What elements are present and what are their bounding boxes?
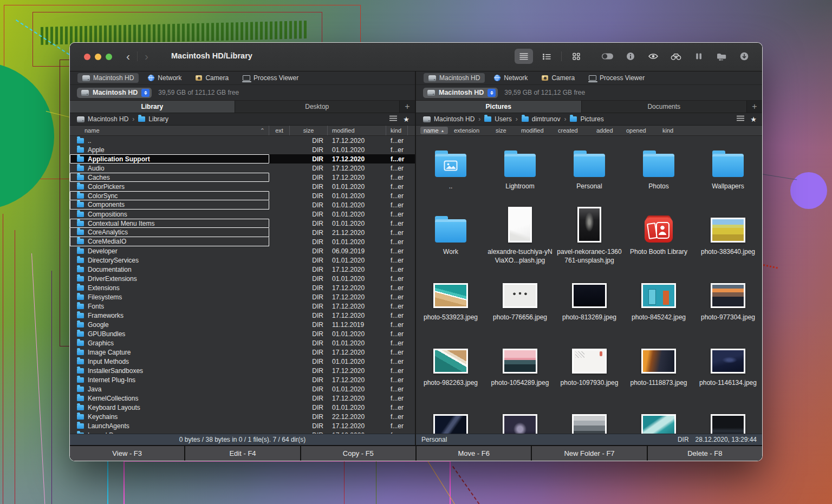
table-row-developer[interactable]: DeveloperDIR06.09.2019f...er	[70, 246, 415, 256]
breadcrumb-item-dimtrunov[interactable]: dimtrunov	[522, 115, 561, 123]
table-row-launchdaemons[interactable]: LaunchDaemonsDIR17.12.2020f...er	[70, 430, 415, 434]
table-row-item[interactable]: ..DIR17.12.2020f...er	[70, 136, 415, 145]
grid-item-photos[interactable]: Photos	[624, 142, 693, 208]
folder-tab-desktop[interactable]: Desktop	[235, 101, 400, 113]
grid-item-seafoam[interactable]	[624, 404, 693, 434]
add-tab-button[interactable]: +	[400, 101, 415, 113]
table-row-caches[interactable]: CachesDIR17.12.2020f...er	[70, 173, 415, 182]
table-row-keychains[interactable]: KeychainsDIR22.12.2020f...er	[70, 412, 415, 421]
grid-item-stargazer[interactable]	[485, 404, 555, 434]
table-row-graphics[interactable]: GraphicsDIR01.01.2020f...er	[70, 338, 415, 348]
table-row-colorpickers[interactable]: ColorPickersDIR01.01.2020f...er	[70, 182, 415, 191]
folder-tab-library[interactable]: Library	[70, 101, 235, 113]
table-row-image-capture[interactable]: Image CaptureDIR17.12.2020f...er	[70, 348, 415, 357]
drive-selector[interactable]: Macintosh HD	[423, 88, 498, 98]
table-row-gpubundles[interactable]: GPUBundlesDIR01.01.2020f...er	[70, 329, 415, 338]
table-row-frameworks[interactable]: FrameworksDIR17.12.2020f...er	[70, 311, 415, 320]
grid-item-work[interactable]: Work	[416, 208, 485, 273]
zoom-button[interactable]	[106, 54, 112, 60]
grid-item-fog[interactable]	[555, 404, 624, 434]
add-tab-button[interactable]: +	[747, 101, 762, 113]
device-tab-process-viewer[interactable]: Process Viewer	[584, 73, 649, 83]
grid-item-photo-533923-jpeg[interactable]: photo-533923.jpeg	[416, 273, 485, 339]
grid-item-photo-845242-jpeg[interactable]: photo-845242.jpeg	[624, 273, 693, 339]
function-button-delete-f8[interactable]: Delete - F8	[648, 446, 762, 461]
grid-item-photo-982263-jpeg[interactable]: photo-982263.jpeg	[416, 339, 485, 404]
table-row-extensions[interactable]: ExtensionsDIR17.12.2020f...er	[70, 283, 415, 292]
table-row-installersandboxes[interactable]: InstallerSandboxesDIR17.12.2020f...er	[70, 366, 415, 375]
column-header-modified[interactable]: modified	[521, 126, 544, 135]
folder-tab-pictures[interactable]: Pictures	[416, 101, 582, 113]
grid-view-button[interactable]	[567, 49, 586, 64]
table-row-filesystems[interactable]: FilesystemsDIR17.12.2020f...er	[70, 292, 415, 302]
table-row-coremediaio[interactable]: CoreMediaIODIR01.01.2020f...er	[70, 237, 415, 246]
folder-tab-documents[interactable]: Documents	[582, 101, 748, 113]
function-button-view-f3[interactable]: View - F3	[70, 446, 184, 461]
column-header-name[interactable]: name▲	[420, 126, 448, 135]
device-tab-camera[interactable]: Camera	[191, 73, 233, 83]
search-binoculars-button[interactable]	[667, 49, 685, 64]
view-options-icon[interactable]	[737, 115, 744, 123]
column-view-button[interactable]	[537, 49, 556, 64]
table-row-documentation[interactable]: DocumentationDIR17.12.2020f...er	[70, 265, 415, 274]
preview-eye-button[interactable]	[644, 49, 662, 64]
table-row-apple[interactable]: AppleDIR01.01.2020f...er	[70, 145, 415, 154]
grid-item-photo-1146134-jpeg[interactable]: photo-1146134.jpeg	[693, 339, 762, 404]
function-button-move-f6[interactable]: Move - F6	[417, 446, 531, 461]
download-button[interactable]	[735, 49, 753, 64]
grid-item-photo-1118873-jpeg[interactable]: photo-1118873.jpeg	[624, 339, 693, 404]
view-options-icon[interactable]	[389, 115, 397, 123]
table-row-internet-plug-ins[interactable]: Internet Plug-InsDIR17.12.2020f...er	[70, 375, 415, 384]
column-header-modified[interactable]: modified	[328, 126, 386, 135]
column-header-kind[interactable]: kind	[662, 126, 673, 135]
grid-item-photo-776656-jpeg[interactable]: photo-776656.jpeg	[485, 273, 555, 339]
close-button[interactable]	[84, 54, 90, 60]
dual-pane-button[interactable]	[690, 49, 708, 64]
grid-item-photo-813269-jpeg[interactable]: photo-813269.jpeg	[555, 273, 624, 339]
grid-item-lightroom[interactable]: Lightroom	[485, 142, 555, 208]
back-button[interactable]: ‹	[126, 49, 130, 63]
grid-item-photo-booth-library[interactable]: Photo Booth Library	[624, 208, 693, 273]
grid-item-wallpapers[interactable]: Wallpapers	[693, 142, 762, 208]
column-header-size[interactable]: size	[496, 126, 506, 135]
table-row-java[interactable]: JavaDIR01.01.2020f...er	[70, 384, 415, 394]
device-tab-network[interactable]: Network	[143, 73, 186, 83]
column-header-extension[interactable]: extension	[454, 126, 479, 135]
breadcrumb-item-library[interactable]: Library	[138, 115, 168, 123]
function-button-edit-f4[interactable]: Edit - F4	[185, 446, 300, 461]
grid-item-darknight[interactable]	[693, 404, 762, 434]
column-header-ext[interactable]: ext	[269, 126, 290, 135]
favorites-star-icon[interactable]: ★	[750, 116, 757, 123]
table-row-input-methods[interactable]: Input MethodsDIR01.01.2020f...er	[70, 357, 415, 366]
folder-transfer-button[interactable]	[712, 49, 731, 64]
grid-item-photo-383640-jpeg[interactable]: photo-383640.jpeg	[693, 208, 762, 273]
device-tab-camera[interactable]: Camera	[537, 73, 580, 83]
column-header-added[interactable]: added	[596, 126, 613, 135]
table-row-colorsync[interactable]: ColorSyncDIR01.01.2020f...er	[70, 191, 415, 200]
toggle-switch-button[interactable]	[599, 49, 617, 64]
column-header-created[interactable]: created	[558, 126, 578, 135]
table-row-components[interactable]: ComponentsDIR01.01.2020f...er	[70, 200, 415, 210]
table-row-kernelcollections[interactable]: KernelCollectionsDIR17.12.2020f...er	[70, 394, 415, 403]
grid-item-milkyway[interactable]	[416, 404, 485, 434]
table-row-application-support[interactable]: Application SupportDIR17.12.2020f...er	[70, 154, 415, 163]
breadcrumb-item-macintosh-hd[interactable]: Macintosh HD	[423, 115, 474, 123]
table-row-coreanalytics[interactable]: CoreAnalyticsDIR21.12.2020f...er	[70, 228, 415, 237]
table-row-contextual-menu-items[interactable]: Contextual Menu ItemsDIR01.01.2020f...er	[70, 219, 415, 228]
list-view-button[interactable]	[515, 49, 533, 64]
column-header-kind[interactable]: kind	[386, 126, 408, 135]
table-row-launchagents[interactable]: LaunchAgentsDIR17.12.2020f...er	[70, 421, 415, 430]
info-button[interactable]	[621, 49, 640, 64]
grid-item-photo-1054289-jpeg[interactable]: photo-1054289.jpeg	[485, 339, 555, 404]
table-row-google[interactable]: GoogleDIR11.12.2019f...er	[70, 320, 415, 329]
column-header-opened[interactable]: opened	[626, 126, 646, 135]
table-row-keyboard-layouts[interactable]: Keyboard LayoutsDIR01.01.2020f...er	[70, 403, 415, 412]
drive-selector[interactable]: Macintosh HD	[77, 88, 152, 98]
table-row-audio[interactable]: AudioDIR17.12.2020f...er	[70, 163, 415, 173]
function-button-copy-f5[interactable]: Copy - F5	[301, 446, 415, 461]
favorites-star-icon[interactable]: ★	[403, 116, 410, 123]
breadcrumb-item-macintosh-hd[interactable]: Macintosh HD	[77, 115, 128, 123]
breadcrumb-item-pictures[interactable]: Pictures	[570, 115, 603, 123]
column-header-name[interactable]: name⌃	[70, 126, 269, 135]
column-header-size[interactable]: size	[290, 126, 328, 135]
